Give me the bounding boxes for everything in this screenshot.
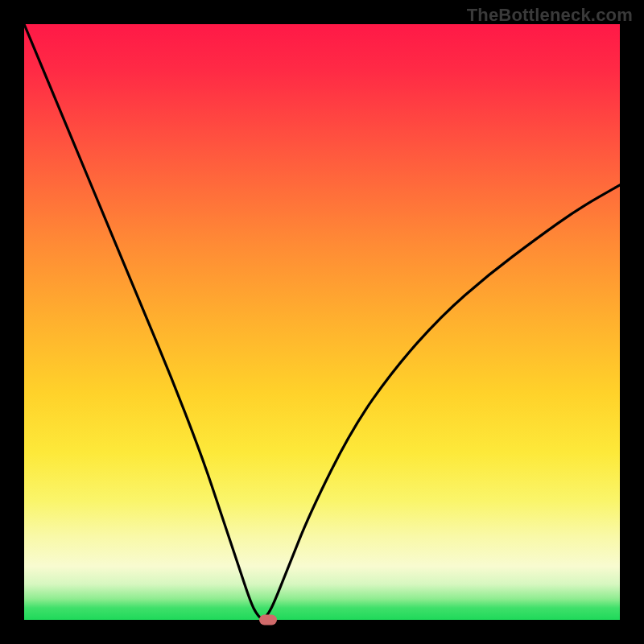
minimum-marker bbox=[259, 615, 277, 625]
bottleneck-curve bbox=[24, 24, 620, 620]
chart-frame: TheBottleneck.com bbox=[0, 0, 644, 644]
watermark-text: TheBottleneck.com bbox=[467, 5, 633, 26]
plot-area bbox=[24, 24, 620, 620]
